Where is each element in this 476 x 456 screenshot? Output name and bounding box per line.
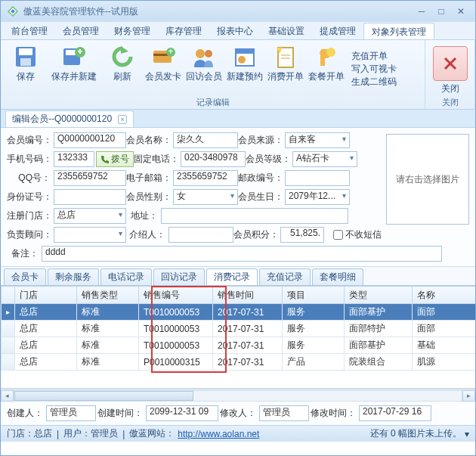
menu-item-6[interactable]: 提成管理 — [312, 23, 363, 39]
member-form: 会员编号： Q0000000120 会员名称： 柒久久 会员来源： 自来客 手机… — [1, 128, 475, 267]
status-user: 管理员 — [91, 427, 118, 440]
ribbon-recharge[interactable]: 充值开单 — [351, 50, 397, 63]
tab-visit[interactable]: 回访记录 — [153, 268, 205, 285]
lbl-email: 电子邮箱： — [126, 172, 170, 185]
lbl-phone: 固定电话： — [134, 153, 178, 166]
window-title: 傲蓝美容院管理软件--试用版 — [23, 5, 138, 18]
svg-rect-5 — [20, 58, 31, 66]
inp-referrer[interactable] — [168, 227, 233, 243]
svg-rect-4 — [19, 48, 32, 55]
lbl-idcard: 身份证号： — [7, 191, 51, 203]
sel-birthday[interactable]: 2079年12... — [285, 189, 350, 205]
lbl-gender: 会员性别： — [126, 191, 170, 203]
status-site-link[interactable]: http://www.aolan.net — [178, 429, 259, 439]
doc-tab[interactable]: 编辑会员--Q0000000120 × — [5, 110, 134, 127]
inp-member-name[interactable]: 柒久久 — [173, 132, 238, 148]
svg-text:+: + — [168, 46, 173, 57]
menu-item-3[interactable]: 库存管理 — [158, 23, 209, 39]
lbl-level: 会员等级： — [246, 153, 289, 166]
menu-item-5[interactable]: 基础设置 — [261, 23, 312, 39]
inp-remark[interactable]: dddd — [42, 246, 442, 262]
sel-level[interactable]: A钻石卡 — [292, 151, 357, 167]
lbl-qq: QQ号： — [7, 172, 51, 185]
scroll-right-icon[interactable]: ▸ — [462, 390, 475, 402]
doc-tabs: 编辑会员--Q0000000120 × — [1, 110, 475, 128]
sel-source[interactable]: 自来客 — [285, 132, 350, 148]
table-row[interactable]: 总店标准T00100000532017-07-31服务面部基护基础 — [2, 337, 476, 354]
inp-email[interactable]: 2355659752 — [173, 170, 238, 186]
inp-address[interactable] — [161, 208, 348, 224]
close-icon[interactable]: ✕ — [453, 5, 469, 18]
menu-item-2[interactable]: 财务管理 — [107, 23, 158, 39]
lbl-modifier: 修改人： — [218, 407, 256, 420]
hscrollbar[interactable]: ◂ ▸ — [1, 389, 475, 402]
svg-point-16 — [196, 49, 205, 58]
ribbon-save[interactable]: 保存 — [5, 43, 46, 95]
ribbon-package[interactable]: 套餐开单 — [306, 43, 347, 95]
ribbon-visit[interactable]: 回访会员 — [184, 43, 224, 95]
inp-mtime: 2017-07-29 16 — [359, 405, 431, 421]
inp-modifier: 管理员 — [259, 405, 309, 421]
app-logo-icon — [7, 5, 19, 17]
tab-phone[interactable]: 电话记录 — [100, 268, 152, 285]
lbl-reg-store: 注册门店： — [7, 209, 51, 222]
dial-button[interactable]: 拨号 — [96, 151, 134, 167]
tab-card[interactable]: 会员卡 — [4, 268, 46, 285]
svg-rect-19 — [236, 49, 254, 54]
ribbon-close-caption: 关闭 — [430, 95, 470, 108]
svg-marker-11 — [121, 46, 128, 54]
status-store-lbl: 门店： — [7, 427, 34, 440]
lbl-birthday: 会员生日： — [238, 191, 282, 203]
maximize-icon[interactable]: □ — [433, 5, 450, 18]
photo-box[interactable]: 请右击选择图片 — [386, 134, 469, 225]
tab-recharge[interactable]: 充值记录 — [259, 268, 311, 285]
status-site-lbl: 傲蓝网站： — [129, 427, 175, 440]
ribbon-stack: 充值开单 写入可视卡 生成二维码 — [347, 43, 401, 95]
ribbon-new-appt[interactable]: 新建预约 — [224, 43, 265, 95]
ribbon-close-button[interactable]: 关闭 — [433, 43, 468, 95]
status-user-lbl: 用户： — [63, 427, 91, 440]
ribbon-qrcode[interactable]: 生成二维码 — [351, 76, 397, 88]
table-row[interactable]: 总店标准T00100000532017-07-31服务面部特护面部 — [2, 321, 476, 337]
sel-consultant[interactable] — [54, 227, 126, 243]
inp-phone[interactable]: 020-3480978 — [181, 151, 246, 167]
table-row[interactable]: 总店标准P00100003152017-07-31产品院装组合肌源 — [2, 354, 476, 371]
sel-reg-store[interactable]: 总店 — [54, 208, 126, 224]
inp-mobile[interactable]: 132333 — [54, 151, 94, 167]
tab-package[interactable]: 套餐明细 — [312, 268, 363, 285]
ribbon-refresh[interactable]: 刷新 — [102, 43, 143, 95]
inp-qq[interactable]: 2355659752 — [54, 170, 126, 186]
ribbon-issue-card[interactable]: +会员发卡 — [143, 43, 184, 95]
status-upload: 还有 0 幅图片未上传。 — [370, 427, 462, 440]
menu-item-0[interactable]: 前台管理 — [4, 23, 55, 39]
ribbon-save-new[interactable]: 保存并新建 — [46, 43, 102, 95]
lbl-member-no: 会员编号： — [7, 134, 51, 147]
sel-gender[interactable]: 女 — [173, 189, 238, 205]
inp-idcard[interactable] — [54, 189, 126, 205]
tab-consume[interactable]: 消费记录 — [206, 268, 258, 285]
ribbon-write-card[interactable]: 写入可视卡 — [351, 63, 397, 76]
doc-tab-close-icon[interactable]: × — [118, 115, 127, 124]
inp-points[interactable]: 51,825. — [280, 227, 324, 243]
menu-item-4[interactable]: 报表中心 — [209, 23, 261, 39]
lbl-consultant: 负责顾问： — [7, 228, 51, 241]
chk-nosms[interactable]: 不收短信 — [333, 228, 382, 241]
menu-item-7[interactable]: 对象列表管理 — [363, 23, 434, 39]
lbl-mobile: 手机号码： — [7, 153, 51, 166]
titlebar: 傲蓝美容院管理软件--试用版 ─ □ ✕ — [1, 1, 475, 22]
lbl-referrer: 介绍人： — [126, 228, 165, 241]
svg-point-17 — [205, 50, 212, 57]
inp-zip[interactable] — [285, 170, 350, 186]
inp-creator: 管理员 — [46, 405, 96, 421]
table-row[interactable]: ▸ 总店标准T00100000532017-07-31服务面部基护面部 — [2, 304, 476, 321]
lbl-source: 会员来源： — [238, 134, 282, 147]
scroll-thumb[interactable] — [14, 391, 193, 401]
ribbon-consume[interactable]: 消费开单 — [265, 43, 306, 95]
menu-item-1[interactable]: 会员管理 — [55, 23, 107, 39]
minimize-icon[interactable]: ─ — [413, 5, 430, 18]
status-dropdown-icon[interactable]: ▾ — [465, 429, 469, 439]
scroll-left-icon[interactable]: ◂ — [1, 390, 14, 402]
consume-grid[interactable]: 门店 销售类型 销售编号 销售时间 项目 类型 名称 ▸ 总店标准T001000… — [1, 286, 475, 371]
tab-remain[interactable]: 剩余服务 — [48, 268, 99, 285]
inp-member-no[interactable]: Q0000000120 — [54, 132, 126, 148]
